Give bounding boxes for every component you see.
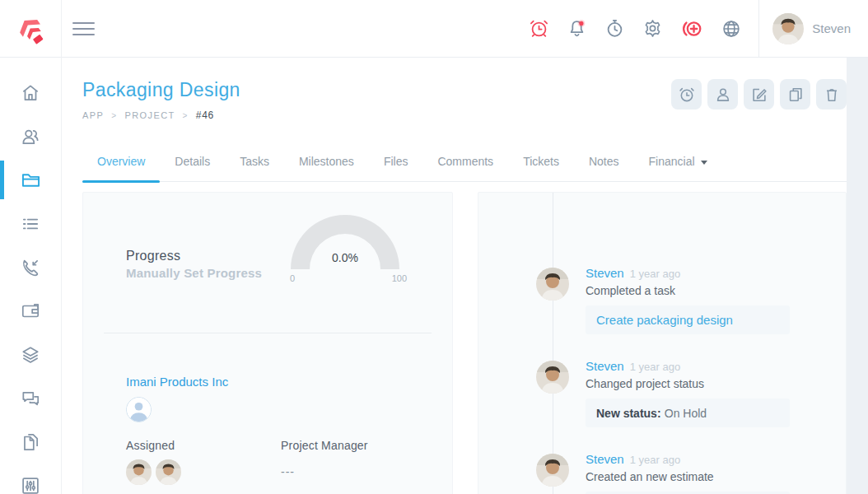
gauge-value: 0.0% — [283, 251, 407, 264]
alarm-clock-icon[interactable] — [529, 18, 549, 39]
timeline-timestamp: 1 year ago — [630, 268, 680, 280]
settings-sliders-icon — [20, 475, 41, 494]
contacts-icon — [20, 126, 41, 147]
flowlu-logo-icon — [12, 11, 49, 47]
user-menu[interactable]: Steven — [758, 0, 868, 58]
sidebar-item-layers[interactable] — [0, 333, 61, 376]
breadcrumb: APP > PROJECT > #46 — [82, 110, 240, 121]
duplicate-button[interactable] — [780, 79, 810, 110]
breadcrumb-separator: > — [183, 111, 189, 120]
task-link[interactable]: Create packaging design — [596, 313, 733, 327]
timeline-detail-box: New status: On Hold — [586, 398, 790, 427]
tab-tasks[interactable]: Tasks — [225, 155, 284, 181]
tab-details[interactable]: Details — [160, 155, 225, 181]
timeline-action: Completed a task — [586, 284, 846, 297]
chevron-down-icon — [701, 161, 707, 165]
progress-card: Progress Manually Set Progress 0.0% 0 10… — [82, 192, 453, 494]
assign-user-button[interactable] — [707, 79, 738, 110]
timeline-user-link[interactable]: Steven — [586, 359, 624, 373]
activity-timeline-card: Steven 1 year ago Completed a task Creat… — [478, 192, 847, 494]
delete-button[interactable] — [816, 79, 847, 110]
projects-folder-icon — [20, 169, 42, 191]
timeline-action: Created an new estimate — [586, 470, 846, 483]
sidebar-item-finance[interactable] — [0, 289, 61, 333]
home-icon — [20, 82, 41, 104]
sidebar-item-documents[interactable] — [0, 420, 61, 464]
tab-notes[interactable]: Notes — [574, 155, 634, 181]
timeline-detail-box: Create packaging design — [586, 305, 790, 334]
tab-bar: Overview Details Tasks Milestones Files … — [82, 155, 847, 182]
tab-tickets[interactable]: Tickets — [508, 155, 574, 181]
assigned-section: Assigned — [126, 439, 281, 485]
assigned-label: Assigned — [126, 439, 281, 452]
sidebar-item-contacts[interactable] — [0, 114, 61, 158]
status-value: On Hold — [665, 407, 707, 420]
timeline: Steven 1 year ago Completed a task Creat… — [478, 193, 846, 494]
settings-gear-icon[interactable] — [642, 18, 663, 39]
status-label: New status: — [596, 407, 661, 420]
sidebar-item-home[interactable] — [0, 71, 61, 114]
main-area: Packaging Design APP > PROJECT > #46 — [62, 58, 868, 494]
sidebar-item-projects[interactable] — [0, 158, 61, 202]
edit-button[interactable] — [744, 79, 774, 110]
user-name: Steven — [812, 21, 851, 35]
sidebar-item-tasks[interactable] — [0, 202, 61, 245]
edit-icon — [750, 86, 768, 104]
avatar[interactable] — [536, 268, 569, 301]
assigned-avatar[interactable] — [126, 459, 152, 485]
project-manager-label: Project Manager — [281, 439, 368, 452]
project-manager-section: Project Manager --- — [281, 439, 368, 485]
sidebar-item-settings[interactable] — [0, 464, 61, 494]
divider — [104, 333, 432, 333]
hamburger-icon — [72, 18, 95, 40]
header-actions — [671, 79, 847, 110]
sidebar-item-calls[interactable] — [0, 245, 61, 289]
progress-title: Progress — [126, 249, 283, 263]
tab-files[interactable]: Files — [369, 155, 423, 181]
tab-milestones[interactable]: Milestones — [284, 155, 369, 181]
calls-phone-icon — [20, 257, 41, 278]
avatar — [772, 13, 804, 44]
timeline-entry: Steven 1 year ago Changed project status… — [478, 359, 846, 428]
stopwatch-icon[interactable] — [604, 18, 625, 39]
timeline-user-link[interactable]: Steven — [586, 452, 624, 466]
notifications-bell-icon[interactable] — [567, 18, 587, 39]
content-panel: Packaging Design APP > PROJECT > #46 — [62, 58, 847, 494]
sidebar-item-messenger[interactable] — [0, 376, 61, 420]
assign-user-icon — [714, 86, 732, 104]
layers-icon — [20, 344, 41, 366]
messenger-chat-icon — [20, 388, 41, 409]
timeline-timestamp: 1 year ago — [630, 454, 680, 466]
avatar[interactable] — [536, 454, 569, 487]
page-header: Packaging Design APP > PROJECT > #46 — [82, 79, 240, 121]
topbar: Steven — [0, 0, 868, 58]
breadcrumb-app[interactable]: APP — [82, 110, 104, 120]
timeline-entry: Steven 1 year ago Completed a task Creat… — [478, 266, 846, 335]
timeline-user-link[interactable]: Steven — [586, 266, 624, 280]
timeline-entry: Steven 1 year ago Created an new estimat… — [478, 452, 846, 494]
duplicate-icon — [786, 86, 805, 104]
gauge-min-label: 0 — [290, 273, 295, 283]
progress-subtitle: Manually Set Progress — [126, 266, 283, 280]
tab-comments[interactable]: Comments — [422, 155, 508, 181]
assigned-avatar[interactable] — [156, 459, 181, 485]
breadcrumb-current: #46 — [196, 110, 214, 121]
globe-icon[interactable] — [721, 18, 742, 40]
add-record-icon[interactable] — [680, 17, 703, 40]
timeline-action: Changed project status — [586, 377, 846, 390]
avatar[interactable] — [536, 361, 569, 394]
gauge-max-label: 100 — [392, 273, 407, 283]
menu-toggle-button[interactable] — [72, 12, 105, 45]
page-title: Packaging Design — [82, 79, 240, 101]
timer-button[interactable] — [671, 79, 702, 110]
company-avatar[interactable] — [126, 397, 152, 422]
gauge-arc — [283, 205, 407, 283]
tab-overview[interactable]: Overview — [82, 155, 160, 181]
company-link[interactable]: Imani Products Inc — [126, 375, 228, 389]
app-logo[interactable] — [0, 0, 62, 58]
timeline-timestamp: 1 year ago — [630, 361, 680, 373]
breadcrumb-project[interactable]: PROJECT — [124, 110, 175, 120]
progress-gauge: 0.0% 0 100 — [283, 205, 407, 283]
tab-financial[interactable]: Financial — [634, 155, 722, 181]
project-manager-value: --- — [281, 465, 368, 478]
